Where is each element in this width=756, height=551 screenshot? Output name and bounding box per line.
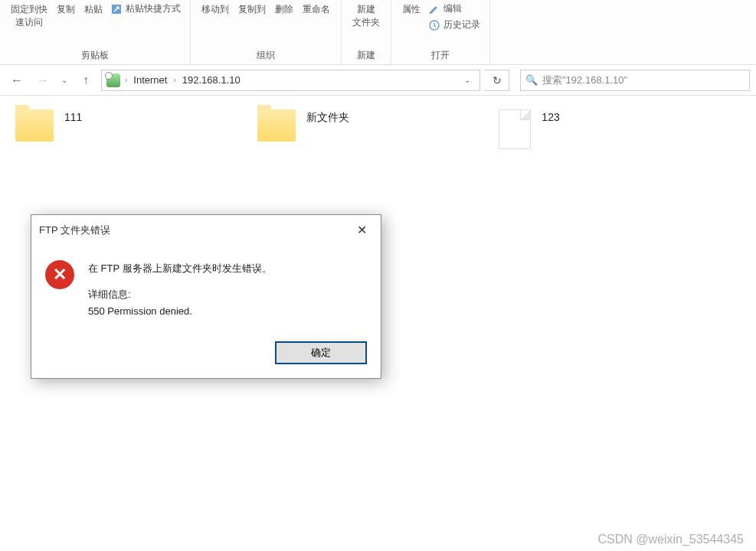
folder-icon [257, 109, 296, 142]
ok-button[interactable]: 确定 [275, 341, 367, 364]
file-name: 123 [542, 109, 559, 123]
properties-button[interactable]: 属性 [398, 2, 425, 18]
watermark: CSDN @weixin_53544345 [597, 533, 744, 546]
ribbon-group-new: 新建 文件夹 新建 [342, 0, 391, 64]
file-list-area: 111 新文件夹 123 [0, 96, 756, 163]
dialog-title-bar: FTP 文件夹错误 ✕ [31, 215, 381, 245]
rename-button[interactable]: 重命名 [298, 2, 335, 18]
list-item[interactable]: 123 [499, 109, 741, 149]
dialog-details-label: 详细信息: [88, 286, 272, 303]
ribbon-group-open: 属性 编辑 历史记录 打开 [391, 0, 490, 64]
history-icon [428, 19, 440, 31]
back-button[interactable]: ← [6, 70, 28, 91]
chevron-right-icon[interactable]: › [172, 76, 177, 84]
refresh-button[interactable]: ↻ [485, 70, 509, 91]
ribbon-toolbar: 固定到快 速访问 复制 粘贴 粘贴快捷方式 剪贴板 移动到 复制到 删除 重命名… [0, 0, 756, 65]
network-location-icon [106, 73, 120, 87]
list-item[interactable]: 111 [15, 109, 257, 149]
edit-icon [428, 3, 440, 15]
list-item[interactable]: 新文件夹 [257, 109, 499, 149]
copy-button[interactable]: 复制 [52, 2, 80, 18]
forward-button[interactable]: → [32, 70, 54, 91]
organize-group-label: 组织 [257, 47, 275, 64]
dialog-message: 在 FTP 服务器上新建文件夹时发生错误。 [88, 260, 272, 277]
new-group-label: 新建 [357, 47, 375, 64]
close-button[interactable]: ✕ [351, 221, 373, 239]
error-icon: ✕ [45, 260, 74, 289]
paste-button[interactable]: 粘贴 [80, 2, 107, 18]
chevron-right-icon[interactable]: › [123, 76, 129, 84]
open-group-label: 打开 [431, 47, 450, 64]
move-to-button[interactable]: 移动到 [197, 2, 234, 18]
search-placeholder: 搜索"192.168.1.10" [542, 73, 627, 87]
paste-shortcut-button[interactable]: 粘贴快捷方式 [107, 2, 184, 16]
shortcut-icon [110, 3, 123, 15]
folder-icon [15, 109, 54, 142]
search-input[interactable]: 🔍 搜索"192.168.1.10" [520, 70, 750, 91]
new-folder-button[interactable]: 新建 文件夹 [348, 2, 385, 31]
error-dialog: FTP 文件夹错误 ✕ ✕ 在 FTP 服务器上新建文件夹时发生错误。 详细信息… [31, 214, 381, 379]
up-button[interactable]: ↑ [75, 70, 97, 91]
delete-button[interactable]: 删除 [270, 2, 298, 18]
search-icon: 🔍 [525, 74, 538, 86]
dialog-message-area: 在 FTP 服务器上新建文件夹时发生错误。 详细信息: 550 Permissi… [88, 260, 272, 320]
file-icon [499, 109, 531, 149]
file-name: 111 [64, 109, 82, 123]
copy-to-button[interactable]: 复制到 [234, 2, 270, 18]
clipboard-group-label: 剪贴板 [81, 47, 109, 64]
breadcrumb-item-address[interactable]: 192.168.1.10 [181, 74, 242, 86]
navigation-bar: ← → ⌄ ↑ › Internet › 192.168.1.10 ⌄ ↻ 🔍 … [0, 65, 756, 96]
history-dropdown[interactable]: ⌄ [58, 76, 70, 84]
breadcrumb-dropdown[interactable]: ⌄ [460, 76, 475, 84]
file-name: 新文件夹 [306, 109, 349, 125]
ribbon-group-organize: 移动到 复制到 删除 重命名 组织 [191, 0, 342, 64]
breadcrumb-item-internet[interactable]: Internet [132, 74, 169, 86]
history-button[interactable]: 历史记录 [425, 18, 483, 32]
pin-quick-access-button[interactable]: 固定到快 速访问 [6, 2, 52, 31]
ribbon-group-clipboard: 固定到快 速访问 复制 粘贴 粘贴快捷方式 剪贴板 [0, 0, 191, 64]
breadcrumb[interactable]: › Internet › 192.168.1.10 ⌄ [101, 70, 480, 91]
edit-button[interactable]: 编辑 [425, 2, 483, 16]
dialog-title: FTP 文件夹错误 [39, 223, 110, 237]
dialog-details-text: 550 Permission denied. [88, 303, 272, 320]
